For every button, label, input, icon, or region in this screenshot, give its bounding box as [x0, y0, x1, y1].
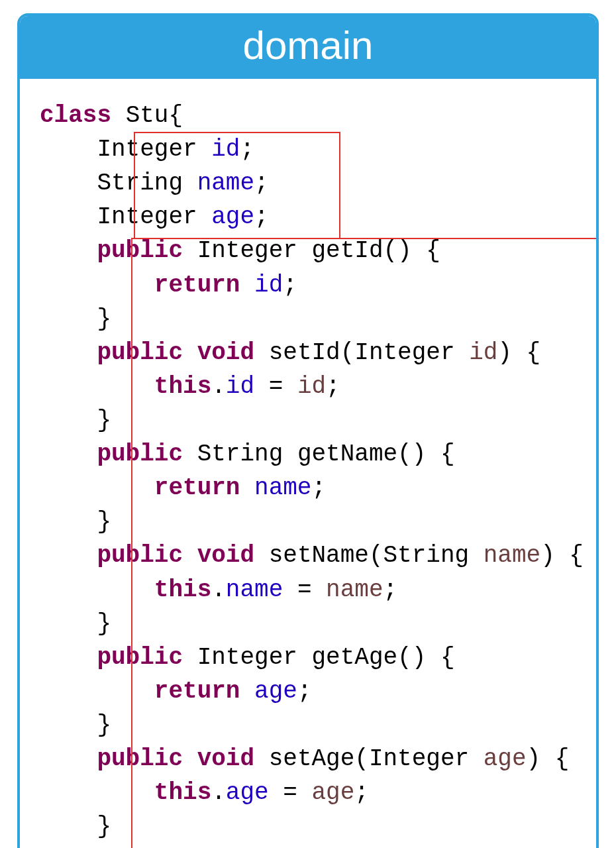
getname-sig: String getName() { [183, 441, 454, 468]
field-age-ref: age [226, 779, 269, 806]
kw-void: void [183, 339, 254, 366]
kw-public: public [40, 745, 183, 772]
semi: ; [384, 576, 398, 604]
ret-name: name [240, 474, 311, 502]
semi: ; [326, 373, 340, 400]
field-name-type: String [40, 170, 197, 197]
eq: = [283, 576, 326, 604]
kw-void: void [183, 542, 254, 569]
kw-this: this [40, 576, 211, 604]
kw-public: public [40, 339, 183, 366]
param-age-ref: age [311, 779, 354, 806]
ret-age: age [240, 678, 297, 705]
field-name: name [197, 170, 254, 197]
kw-public: public [40, 441, 183, 468]
paren: ) { [527, 745, 570, 772]
domain-card: domain class Stu{ Integer id; String nam… [17, 13, 599, 848]
kw-void: void [183, 745, 254, 772]
code-block: class Stu{ Integer id; String name; Inte… [20, 79, 596, 848]
brace: } [40, 407, 111, 434]
kw-public: public [40, 237, 183, 264]
param-id-ref: id [297, 373, 326, 400]
kw-this: this [40, 373, 211, 400]
semi: ; [254, 170, 269, 197]
field-age-type: Integer [40, 203, 211, 231]
field-id: id [211, 136, 240, 163]
semi: ; [240, 136, 254, 163]
kw-return: return [40, 678, 240, 705]
paren: ) { [540, 542, 584, 569]
setname-sig: setName(String [254, 542, 484, 569]
param-id: id [469, 339, 497, 366]
param-age: age [484, 745, 527, 772]
param-name: name [484, 542, 540, 569]
kw-public: public [40, 644, 183, 671]
field-id-ref: id [226, 373, 254, 400]
dot: . [211, 576, 226, 604]
field-name-ref: name [226, 576, 283, 604]
brace: } [40, 813, 111, 840]
semi: ; [354, 779, 369, 806]
semi: ; [311, 474, 326, 502]
eq: = [254, 373, 297, 400]
semi: ; [254, 203, 269, 231]
field-age: age [211, 203, 254, 231]
paren: ) { [497, 339, 540, 366]
kw-public: public [40, 542, 183, 569]
eq: = [269, 779, 312, 806]
field-id-type: Integer [40, 136, 211, 163]
setid-sig: setId(Integer [254, 339, 469, 366]
kw-return: return [40, 474, 240, 502]
brace: } [40, 508, 111, 535]
semi: ; [297, 678, 312, 705]
param-name-ref: name [326, 576, 383, 604]
semi: ; [283, 272, 297, 299]
getage-sig: Integer getAge() { [183, 644, 454, 671]
card-header: domain [20, 16, 596, 79]
kw-class: class [40, 102, 111, 129]
setage-sig: setAge(Integer [254, 745, 484, 772]
kw-return: return [40, 272, 240, 299]
brace: } [40, 305, 111, 333]
kw-this: this [40, 779, 211, 806]
class-name: Stu{ [111, 102, 183, 129]
brace: } [40, 610, 111, 637]
brace: } [40, 712, 111, 739]
dot: . [211, 779, 226, 806]
dot: . [211, 373, 226, 400]
header-title: domain [243, 23, 374, 68]
getid-sig: Integer getId() { [183, 237, 440, 264]
ret-id: id [240, 272, 283, 299]
